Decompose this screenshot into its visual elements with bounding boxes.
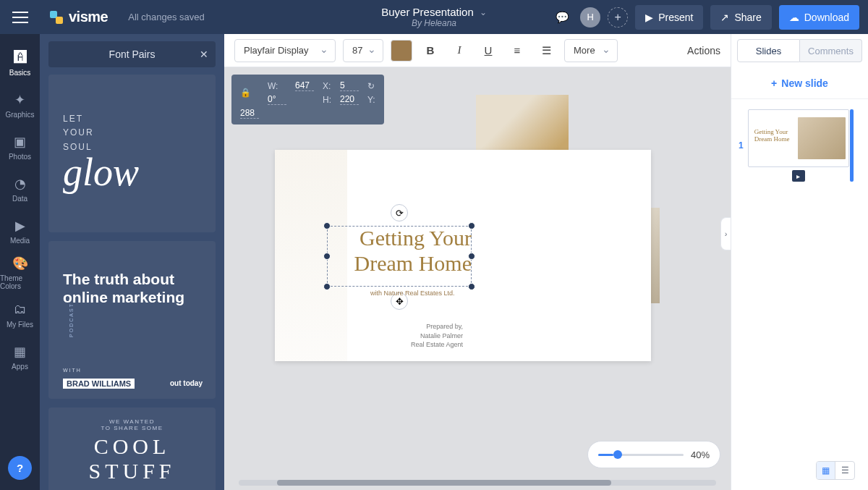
y-value[interactable]: 288 bbox=[240, 108, 259, 119]
palette-icon: 🎨 bbox=[12, 255, 28, 271]
rail-label: Graphics bbox=[5, 111, 34, 119]
right-tabs: Slides Comments bbox=[731, 34, 868, 67]
slide-thumbnail[interactable]: Getting Your Dream Home bbox=[748, 109, 849, 167]
user-avatar[interactable]: H bbox=[580, 7, 600, 28]
rail-label: My Files bbox=[7, 321, 33, 329]
rotate-icon: ↻ bbox=[367, 81, 375, 91]
position-readout: 🔒 W:647 X:5 ↻0° H:220 Y:288 bbox=[231, 75, 384, 124]
photos-icon: ▣ bbox=[12, 134, 28, 150]
x-value[interactable]: 5 bbox=[340, 80, 359, 91]
download-button[interactable]: ☁ Download bbox=[779, 5, 859, 30]
resize-handle-br[interactable] bbox=[468, 283, 475, 290]
header-actions: 💬 H + ▶ Present ↗ Share ☁ Download bbox=[551, 5, 868, 30]
app-logo[interactable]: visme bbox=[48, 9, 108, 25]
tab-comments[interactable]: Comments bbox=[800, 39, 862, 62]
basics-icon: 🅰 bbox=[12, 50, 28, 66]
new-slide-label: New slide bbox=[781, 77, 828, 89]
help-button[interactable]: ? bbox=[8, 456, 32, 480]
slide-subhead[interactable]: with Nature Real Estates Ltd. bbox=[370, 290, 455, 297]
rail-label: Apps bbox=[12, 363, 28, 371]
zoom-value: 40% bbox=[691, 449, 710, 460]
apps-icon: ▦ bbox=[12, 344, 28, 360]
rail-photos[interactable]: ▣Photos bbox=[0, 127, 40, 167]
text-toolbar: Playfair Display 87 B I U ≡ ☰ More Actio… bbox=[224, 34, 731, 67]
rail-media[interactable]: ▶Media bbox=[0, 211, 40, 251]
menu-button[interactable] bbox=[0, 0, 40, 34]
list-button[interactable]: ☰ bbox=[535, 39, 557, 62]
chat-icon[interactable]: 💬 bbox=[551, 7, 573, 28]
font-pair-list: LET YOUR SOUL glow PODCAST The truth abo… bbox=[40, 75, 224, 490]
data-icon: ◔ bbox=[12, 176, 28, 192]
expand-panel-button[interactable]: › bbox=[720, 217, 731, 250]
transition-icon[interactable]: ▸ bbox=[792, 170, 805, 182]
lock-icon[interactable]: 🔒 bbox=[240, 88, 259, 98]
rotation-value[interactable]: 0° bbox=[268, 94, 286, 105]
share-button[interactable]: ↗ Share bbox=[710, 5, 771, 30]
list-view-button[interactable]: ☰ bbox=[835, 462, 854, 479]
resize-handle-bl[interactable] bbox=[323, 283, 331, 290]
card-with-label: WITH bbox=[63, 368, 82, 373]
font-family-value: Playfair Display bbox=[244, 45, 309, 56]
font-family-select[interactable]: Playfair Display bbox=[234, 39, 336, 62]
plus-icon: + bbox=[771, 77, 777, 89]
align-button[interactable]: ≡ bbox=[506, 39, 528, 62]
h-value[interactable]: 220 bbox=[340, 94, 359, 105]
panel-header: Font Pairs ✕ bbox=[48, 41, 216, 67]
rail-graphics[interactable]: ✦Graphics bbox=[0, 85, 40, 125]
logo-icon bbox=[48, 9, 64, 25]
rail-apps[interactable]: ▦Apps bbox=[0, 337, 40, 377]
w-label: W: bbox=[268, 81, 286, 91]
resize-handle-mr[interactable] bbox=[468, 253, 475, 260]
thumbnail-active-bar bbox=[850, 109, 854, 182]
close-icon[interactable]: ✕ bbox=[200, 48, 208, 60]
resize-handle-tr[interactable] bbox=[468, 222, 475, 229]
present-label: Present bbox=[658, 12, 693, 23]
rail-theme-colors[interactable]: 🎨Theme Colors bbox=[0, 253, 40, 293]
add-collaborator-button[interactable]: + bbox=[608, 7, 628, 28]
slide-prepared-block[interactable]: Prepared by, Natalie Palmer Real Estate … bbox=[411, 322, 463, 350]
rotate-handle[interactable]: ⟳ bbox=[391, 204, 408, 221]
slide-thumbnail-row[interactable]: 1 Getting Your Dream Home ▸ bbox=[731, 99, 868, 192]
document-title-block[interactable]: Buyer Presentation ⌄ By Heleana bbox=[381, 6, 487, 28]
font-color-swatch[interactable] bbox=[391, 40, 412, 62]
thumbnail-text: Getting Your Dream Home bbox=[754, 129, 790, 143]
zoom-slider[interactable] bbox=[598, 454, 684, 456]
resize-handle-tl[interactable] bbox=[323, 222, 331, 229]
more-select[interactable]: More bbox=[564, 39, 618, 62]
rail-label: Basics bbox=[9, 69, 30, 77]
font-pair-card[interactable]: PODCAST The truth about online marketing… bbox=[48, 241, 216, 399]
save-status: All changes saved bbox=[128, 12, 205, 22]
rail-label: Theme Colors bbox=[0, 274, 40, 290]
rail-data[interactable]: ◔Data bbox=[0, 169, 40, 209]
graphics-icon: ✦ bbox=[12, 92, 28, 108]
w-value[interactable]: 647 bbox=[295, 80, 314, 91]
selection-border bbox=[327, 226, 472, 287]
rail-label: Media bbox=[10, 237, 30, 245]
font-size-select[interactable]: 87 bbox=[343, 39, 383, 62]
bold-button[interactable]: B bbox=[420, 39, 441, 62]
tab-slides[interactable]: Slides bbox=[737, 39, 800, 62]
panel-title: Font Pairs bbox=[109, 48, 156, 60]
zoom-control[interactable]: 40% bbox=[587, 441, 720, 468]
slide-canvas[interactable]: ⟳ ✥ Getting Your Dream Home with Nature … bbox=[275, 150, 651, 361]
rail-my-files[interactable]: 🗂My Files bbox=[0, 295, 40, 335]
font-pair-card[interactable]: LET YOUR SOUL glow bbox=[48, 75, 216, 232]
horizontal-scrollbar[interactable] bbox=[239, 480, 716, 486]
card-subtext: LET YOUR SOUL bbox=[63, 112, 201, 154]
italic-button[interactable]: I bbox=[448, 39, 470, 62]
scrollbar-thumb[interactable] bbox=[277, 480, 611, 486]
resize-handle-ml[interactable] bbox=[323, 253, 331, 260]
new-slide-button[interactable]: + New slide bbox=[731, 67, 868, 99]
thumbnail-image bbox=[798, 117, 846, 159]
underline-button[interactable]: U bbox=[477, 39, 499, 62]
card-sidetext: PODCAST bbox=[69, 303, 74, 337]
zoom-handle[interactable] bbox=[613, 450, 622, 459]
left-rail: 🅰Basics ✦Graphics ▣Photos ◔Data ▶Media 🎨… bbox=[0, 34, 40, 490]
grid-view-button[interactable]: ▦ bbox=[817, 462, 835, 479]
download-label: Download bbox=[804, 12, 849, 23]
selected-text-box[interactable]: ⟳ ✥ Getting Your Dream Home bbox=[327, 226, 472, 287]
present-button[interactable]: ▶ Present bbox=[635, 5, 703, 30]
actions-menu[interactable]: Actions bbox=[687, 45, 720, 56]
font-pair-card[interactable]: WE WANTED TO SHARE SOME COOL STUFF bbox=[48, 407, 216, 490]
rail-basics[interactable]: 🅰Basics bbox=[0, 43, 40, 83]
